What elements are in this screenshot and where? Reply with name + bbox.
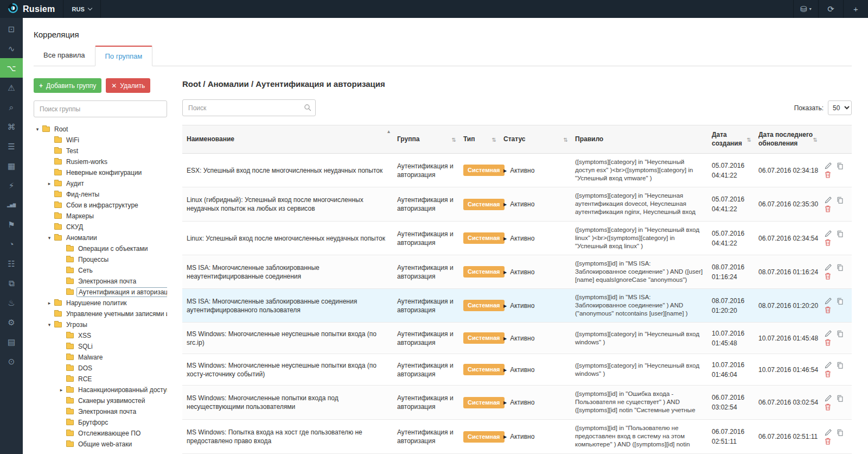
table-row[interactable]: ESX: Успешный вход после многочисленных … (182, 154, 852, 187)
tree-item[interactable]: Неверные конфигурации (34, 167, 167, 178)
sidebar-item-alerts[interactable]: ⚠ (0, 78, 23, 97)
table-row[interactable]: Linux (гибридный): Успешный вход после м… (182, 187, 852, 222)
sidebar-item-statistics[interactable]: ▂▅▇ (0, 195, 23, 215)
edit-button[interactable] (825, 264, 832, 271)
sidebar-item-lists[interactable]: ☷ (0, 254, 23, 273)
table-row[interactable]: MS Windows: Многочисленные неуспешные по… (182, 354, 852, 386)
sidebar-item-docs[interactable]: ▤ (0, 332, 23, 351)
column-header[interactable]: Наименование▴ (182, 125, 393, 154)
edit-button[interactable] (825, 230, 832, 237)
tree-item[interactable]: ▾Аномалии (34, 232, 167, 243)
tree-item[interactable]: Электронная почта (34, 406, 167, 417)
tree-item[interactable]: RCE (34, 374, 167, 384)
column-header[interactable]: Группа⇅ (393, 125, 459, 154)
tree-item[interactable]: Сканеры уязвимостей (34, 395, 167, 406)
sidebar-item-notifications[interactable]: ⚑ (0, 215, 23, 234)
archive-button[interactable]: ⛁▾ (793, 0, 818, 18)
caret-down-icon[interactable]: ▾ (46, 322, 53, 327)
tab-by-groups[interactable]: По группам (95, 46, 153, 66)
tree-item[interactable]: Управление учетными записями и группами (34, 308, 167, 319)
column-header[interactable]: Статус⇅ (499, 125, 571, 154)
refresh-button[interactable]: ⟳ (818, 0, 843, 18)
copy-button[interactable] (837, 298, 844, 305)
tree-item[interactable]: Аутентификация и авторизация (34, 287, 167, 298)
copy-button[interactable] (837, 197, 844, 204)
edit-button[interactable] (825, 362, 832, 369)
sidebar-item-tables[interactable]: ▦ (0, 156, 23, 175)
tree-item[interactable]: Маркеры (34, 211, 167, 222)
delete-button[interactable] (825, 205, 831, 212)
copy-button[interactable] (837, 330, 844, 337)
tree-item[interactable]: Сеть (34, 265, 167, 276)
table-row[interactable]: MS ISA: Многочисленные заблокированные н… (182, 255, 852, 289)
edit-button[interactable] (825, 197, 832, 204)
column-header[interactable] (820, 125, 852, 154)
delete-button[interactable] (825, 273, 831, 280)
tree-item[interactable]: ▸Насанкционированный доступ (34, 384, 167, 395)
delete-button[interactable] (825, 403, 831, 411)
tree-item[interactable]: ▾Root (34, 124, 167, 135)
edit-button[interactable] (825, 429, 832, 436)
language-selector[interactable]: RUS (63, 0, 101, 18)
caret-down-icon[interactable]: ▾ (46, 235, 53, 241)
tree-item[interactable]: ▸Аудит (34, 178, 167, 189)
sidebar-item-search[interactable]: ⌕ (0, 97, 23, 117)
sidebar-item-realtime[interactable]: ⚡ (0, 175, 23, 195)
delete-button[interactable] (825, 239, 831, 246)
delete-button[interactable] (825, 306, 831, 313)
sidebar-item-layers[interactable]: ⧉ (0, 273, 23, 293)
column-header[interactable]: Правило (571, 125, 707, 154)
copy-button[interactable] (837, 264, 844, 271)
caret-right-icon[interactable]: ▸ (58, 387, 65, 393)
add-button[interactable]: + (843, 0, 868, 18)
table-row[interactable]: MS Windows: Многочисленные попытки входа… (182, 386, 852, 420)
caret-right-icon[interactable]: ▸ (46, 181, 53, 186)
delete-button[interactable] (825, 339, 831, 346)
tree-item[interactable]: Операции с объектами (34, 243, 167, 254)
table-row[interactable]: MS ISA: Многочисленные заблокированные с… (182, 289, 852, 323)
tree-item[interactable]: ▾Угрозы (34, 319, 167, 330)
copy-button[interactable] (837, 230, 844, 237)
delete-button[interactable] (825, 370, 831, 377)
copy-button[interactable] (837, 362, 844, 369)
tree-item[interactable]: DOS (34, 363, 167, 374)
caret-right-icon[interactable]: ▸ (46, 300, 53, 306)
brand[interactable]: Rusiem (0, 0, 63, 18)
tree-item[interactable]: Test (34, 146, 167, 156)
delete-group-button[interactable]: ✕ Удалить (106, 78, 150, 93)
delete-button[interactable] (825, 171, 831, 178)
caret-down-icon[interactable]: ▾ (34, 127, 41, 132)
group-search-input[interactable] (34, 100, 167, 117)
tab-all-rules[interactable]: Все правила (34, 46, 95, 66)
table-row[interactable]: MS Windows: Многочисленные неуспешные по… (182, 323, 852, 354)
tree-item[interactable]: СКУД (34, 222, 167, 232)
sidebar-item-power[interactable]: ⊙ (0, 351, 23, 371)
sidebar-item-threats[interactable]: ♨ (0, 293, 23, 312)
tree-item[interactable]: Электронная почта (34, 276, 167, 287)
sidebar-item-dashboard[interactable]: ⊡ (0, 19, 23, 39)
tree-item[interactable]: ▸Нарушение политик (34, 298, 167, 308)
copy-button[interactable] (837, 429, 844, 436)
table-row[interactable]: MS Windows: Попытка входа на хост где по… (182, 420, 852, 454)
sidebar-item-events-chart[interactable]: ∿ (0, 39, 23, 58)
tree-item[interactable]: WiFi (34, 135, 167, 146)
page-size-select[interactable]: 50 (828, 100, 852, 115)
tree-item[interactable]: XSS (34, 330, 167, 341)
tree-item[interactable]: Фид-ленты (34, 189, 167, 200)
table-row[interactable]: Linux: Успешный вход после многочисленны… (182, 222, 852, 255)
column-header[interactable]: Дата создания⇅ (707, 125, 754, 154)
edit-button[interactable] (825, 330, 832, 337)
tree-item[interactable]: Отслеживающее ПО (34, 428, 167, 439)
sidebar-item-assets[interactable]: ⌘ (0, 117, 23, 136)
edit-button[interactable] (825, 162, 832, 169)
tree-item[interactable]: Брутфорс (34, 417, 167, 428)
sidebar-item-settings[interactable]: ⚙ (0, 312, 23, 332)
tree-item[interactable]: SQLi (34, 341, 167, 352)
edit-button[interactable] (825, 395, 832, 402)
copy-button[interactable] (837, 395, 844, 402)
copy-button[interactable] (837, 162, 844, 169)
column-header[interactable]: Дата последнего обновления⇅ (754, 125, 820, 154)
tree-item[interactable]: Malware (34, 352, 167, 363)
delete-button[interactable] (825, 438, 831, 445)
tree-item[interactable]: Общие web-атаки (34, 439, 167, 450)
